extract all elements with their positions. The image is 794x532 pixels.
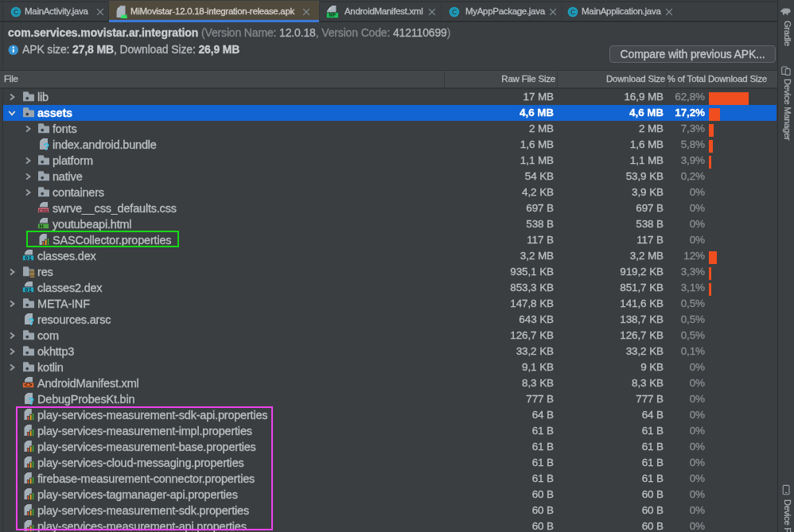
svg-text:C: C [570,8,575,16]
svg-text:01: 01 [25,255,33,262]
svg-text:?: ? [44,142,50,153]
svg-text:CSS: CSS [39,208,49,213]
svg-text:C: C [452,8,457,16]
svg-text:?: ? [29,316,35,328]
svg-text:C: C [14,8,18,16]
svg-text:H: H [39,223,43,230]
svg-text:01: 01 [25,287,33,293]
svg-text:MF: MF [329,12,336,17]
svg-text:<>: <> [25,381,33,389]
